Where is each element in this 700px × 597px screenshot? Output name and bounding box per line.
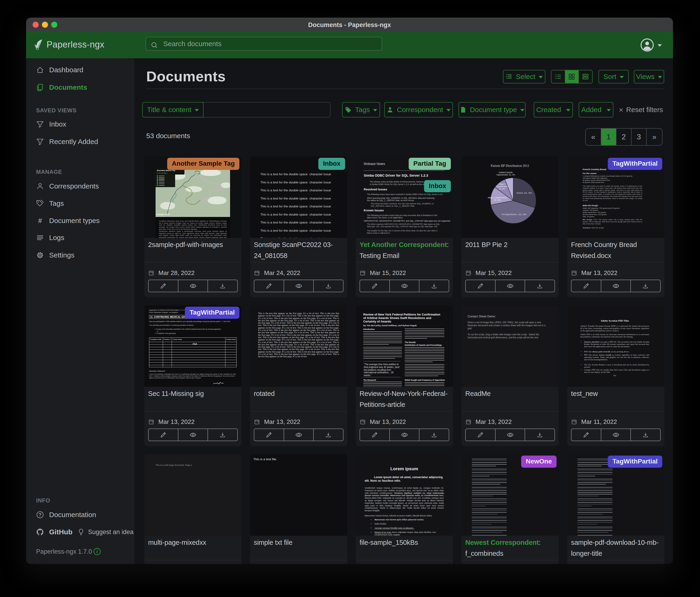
svg-text:#: # [38, 217, 42, 224]
svg-text:?: ? [39, 512, 42, 517]
svg-text:i: i [96, 549, 98, 554]
